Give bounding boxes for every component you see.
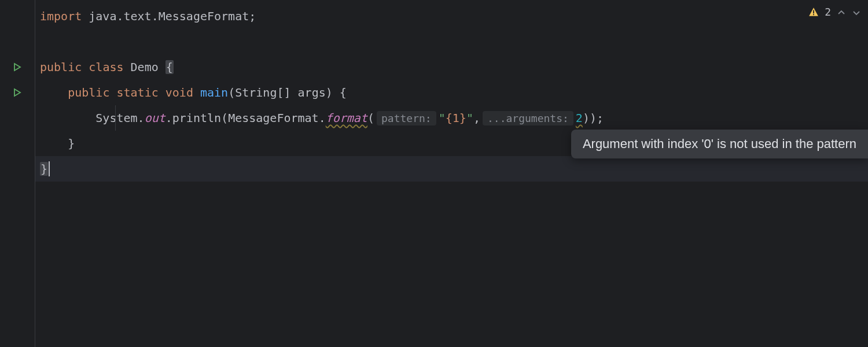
method-name: main [200,86,228,99]
method-call: .println( [165,111,228,125]
gutter-row [0,105,35,131]
comma: , [473,111,480,125]
code-line[interactable]: public static void main(String[] args) { [35,80,868,105]
code-line-blank[interactable] [35,29,868,54]
param-hint: ...arguments: [483,111,573,125]
code-line[interactable]: import java.text.MessageFormat; [35,3,868,29]
keyword: public [40,60,82,74]
code-area[interactable]: 2 import java.text.MessageFormat; public… [35,0,868,347]
class-name: Demo [131,60,159,74]
text-caret [49,161,50,176]
paren-open: ( [367,111,374,125]
paren-close: ) [326,86,333,99]
method-call-warning: format [326,111,367,125]
number-warning: 2 [576,111,583,125]
brace-open: { [333,86,347,99]
keyword: void [165,86,193,99]
keyword: public [68,86,109,99]
gutter-row[interactable] [0,54,35,80]
params: String[] args [235,86,326,99]
string-placeholder: {1} [446,111,466,125]
gutter-row [0,3,35,29]
identifier: System. [95,111,144,125]
run-icon[interactable] [13,88,22,97]
brace-close: } [68,136,75,150]
keyword: static [116,86,158,99]
string-close: " [466,111,473,125]
gutter-row [0,131,35,156]
brace-close: } [40,162,48,176]
keyword: class [89,60,123,74]
tooltip-text: Argument with index '0' is not used in t… [583,136,856,151]
keyword: import [40,9,82,23]
code-editor[interactable]: 2 import java.text.MessageFormat; public… [0,0,868,347]
code-line[interactable]: public class Demo { [35,54,868,80]
import-path: java.text.MessageFormat; [82,9,256,23]
gutter-row[interactable] [0,80,35,105]
indent [40,136,68,150]
indent [40,111,95,125]
gutter-row [0,156,35,182]
inspection-tooltip: Argument with index '0' is not used in t… [571,130,868,158]
paren-close: )); [583,111,604,125]
param-hint: pattern: [377,111,436,125]
editor-gutter [0,0,35,347]
paren-open: ( [228,86,235,99]
gutter-row [0,29,35,54]
field: out [145,111,165,125]
indent [40,86,68,99]
run-icon[interactable] [13,62,22,72]
string-open: " [439,111,446,125]
code-line[interactable]: System.out.println(MessageFormat.format(… [35,105,868,131]
class-ref: MessageFormat. [228,111,326,125]
brace-open: { [165,60,174,74]
code-line-current[interactable]: } [35,156,868,182]
